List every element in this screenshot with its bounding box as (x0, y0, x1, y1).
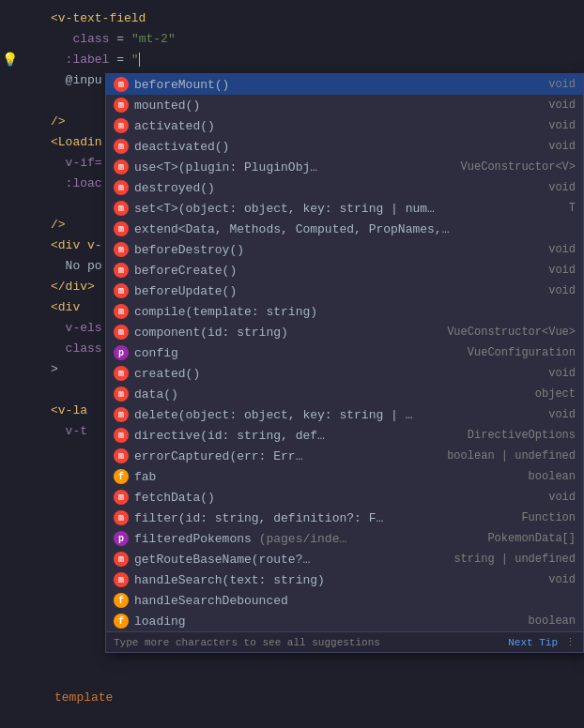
ac-item-type: T (569, 202, 576, 215)
ac-item-fab[interactable]: f fab boolean (106, 466, 583, 487)
ac-badge-m: m (114, 159, 129, 174)
ac-item-name: deactivated() (134, 140, 541, 154)
ac-item-name: directive(id: string, def… (134, 429, 460, 443)
ac-badge-m: m (114, 180, 129, 195)
code-content-1: <v-text-field (47, 11, 576, 25)
ac-item-component[interactable]: m component(id: string) VueConstructor<V… (106, 322, 583, 342)
ac-item-use[interactable]: m use<T>(plugin: PluginObj… VueConstruct… (106, 157, 583, 177)
ac-item-activated[interactable]: m activated() void (106, 115, 583, 136)
code-line-3: 💡 :label = " (0, 49, 584, 69)
template-line: template (0, 687, 584, 707)
next-tip-button[interactable]: Next Tip (508, 637, 558, 648)
ac-item-name: config (134, 346, 460, 360)
ac-item-config[interactable]: p config VueConfiguration (106, 342, 583, 363)
ac-item-type: void (548, 181, 576, 194)
code-attr: :label (51, 53, 109, 67)
ac-item-directive[interactable]: m directive(id: string, def… DirectiveOp… (106, 425, 583, 446)
ac-item-name: component(id: string) (134, 326, 439, 340)
ac-badge-m: m (114, 304, 129, 319)
ac-badge-m: m (114, 387, 129, 402)
ac-item-name: handleSearch(text: string) (134, 573, 541, 587)
code-plain (51, 32, 66, 46)
template-keyword: template (54, 690, 113, 705)
ac-item-name: beforeMount() (134, 78, 541, 92)
ac-item-name: handleSearchDebounced (134, 594, 568, 608)
ac-item-errorcaptured[interactable]: m errorCaptured(err: Err… boolean | unde… (106, 446, 583, 466)
ac-item-created[interactable]: m created() void (106, 363, 583, 384)
code-plain: @inpu (51, 73, 102, 87)
ac-item-name: fetchData() (134, 491, 541, 505)
ac-badge-f: f (114, 469, 129, 484)
code-line-2: class = "mt-2" (0, 28, 584, 49)
ac-badge-m: m (114, 407, 129, 422)
ac-item-type: void (548, 78, 576, 91)
code-attr: v-t (51, 424, 87, 438)
ac-item-name: destroyed() (134, 181, 541, 195)
ac-item-name: created() (134, 367, 541, 381)
autocomplete-hint: Type more characters to see all suggesti… (114, 637, 508, 648)
lightbulb-icon[interactable]: 💡 (0, 52, 19, 68)
code-attr: :loac (51, 176, 102, 190)
code-content-3: :label = " (47, 53, 576, 67)
ac-badge-m: m (114, 552, 129, 567)
ac-badge-p: p (114, 531, 129, 546)
more-options-icon[interactable]: ⋮ (565, 636, 576, 648)
ac-item-extend[interactable]: m extend<Data, Methods, Computed, PropNa… (106, 219, 583, 239)
ac-item-name: set<T>(object: object, key: string | num… (134, 202, 561, 216)
ac-item-fetchdata[interactable]: m fetchData() void (106, 487, 583, 508)
code-tag: <v-la (51, 403, 87, 417)
ac-badge-m: m (114, 242, 129, 257)
ac-item-compile[interactable]: m compile(template: string) (106, 301, 583, 322)
ac-item-type: boolean | undefined (447, 449, 576, 463)
ac-item-handlesearch[interactable]: m handleSearch(text: string) void (106, 569, 583, 590)
ac-badge-m: m (114, 325, 129, 340)
ac-item-data[interactable]: m data() object (106, 384, 583, 404)
code-attr: class (72, 32, 109, 46)
ac-item-type: DirectiveOptions (468, 429, 576, 442)
ac-item-beforemount[interactable]: m beforeMount() void (106, 74, 583, 95)
code-attr: v-els (51, 321, 102, 335)
ac-badge-m: m (114, 201, 129, 216)
ac-item-filter[interactable]: m filter(id: string, definition?: F… Fun… (106, 508, 583, 528)
ac-badge-m: m (114, 221, 129, 236)
ac-item-deactivated[interactable]: m deactivated() void (106, 136, 583, 157)
ac-badge-m: m (114, 283, 129, 298)
ac-item-type: VueConstructor<Vue> (447, 326, 576, 339)
code-plain: = (116, 53, 124, 67)
ac-item-filteredpokemons[interactable]: p filteredPokemons (pages/inde… PokemonD… (106, 528, 583, 549)
ac-item-beforeupdate[interactable]: m beforeUpdate() void (106, 281, 583, 301)
ac-badge-m: m (114, 572, 129, 587)
code-string: " (131, 53, 139, 67)
code-tag: <Loadin (51, 135, 102, 149)
ac-badge-m: m (114, 366, 129, 381)
autocomplete-list: m beforeMount() void m mounted() void m … (106, 74, 583, 631)
ac-item-destroyed[interactable]: m destroyed() void (106, 177, 583, 198)
ac-item-type: void (548, 243, 576, 256)
ac-item-type: VueConfiguration (468, 346, 576, 359)
code-tag: <div v- (51, 238, 102, 252)
ac-item-name: fab (134, 470, 521, 484)
ac-item-type: void (548, 408, 576, 421)
ac-badge-f: f (114, 614, 129, 629)
code-attr: class (51, 341, 102, 356)
ac-item-type: object (535, 387, 576, 401)
code-tag: <v-text-field (51, 11, 146, 25)
ac-item-beforedestroy[interactable]: m beforeDestroy() void (106, 239, 583, 260)
ac-item-mounted[interactable]: m mounted() void (106, 95, 583, 115)
ac-item-getroutebasename[interactable]: m getRouteBaseName(route?… string | unde… (106, 549, 583, 569)
ac-item-type: void (548, 119, 576, 132)
ac-item-loading[interactable]: f loading boolean (106, 611, 583, 631)
code-tag: </div> (51, 280, 95, 294)
ac-badge-m: m (114, 448, 129, 463)
ac-item-name: activated() (134, 119, 541, 133)
ac-badge-m: m (114, 118, 129, 133)
ac-item-beforecreate[interactable]: m beforeCreate() void (106, 260, 583, 281)
ac-item-type: void (548, 99, 576, 112)
ac-item-handlesearchdebounced[interactable]: f handleSearchDebounced (106, 590, 583, 611)
ac-item-set[interactable]: m set<T>(object: object, key: string | n… (106, 198, 583, 219)
ac-item-type: boolean (529, 614, 576, 628)
ac-item-type: void (548, 573, 576, 586)
ac-item-type: string | undefined (453, 553, 576, 566)
ac-item-type: void (548, 367, 576, 380)
ac-item-delete[interactable]: m delete(object: object, key: string | …… (106, 404, 583, 425)
